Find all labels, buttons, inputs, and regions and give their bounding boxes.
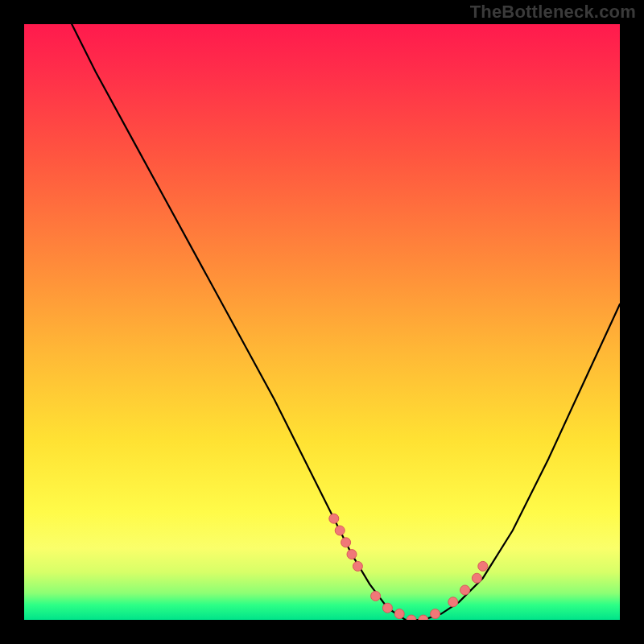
- bottleneck-curve: [72, 24, 620, 620]
- curve-svg: [24, 24, 620, 620]
- marker-point: [448, 597, 458, 607]
- marker-point: [353, 561, 362, 571]
- marker-point: [460, 585, 470, 595]
- marker-point: [431, 609, 440, 619]
- highlight-markers: [329, 514, 488, 620]
- marker-point: [329, 514, 339, 523]
- marker-point: [472, 573, 481, 583]
- marker-point: [341, 538, 351, 547]
- marker-point: [371, 591, 381, 601]
- watermark-text: TheBottleneck.com: [470, 2, 636, 23]
- chart-frame: TheBottleneck.com: [0, 0, 644, 644]
- marker-point: [394, 609, 404, 619]
- marker-point: [407, 615, 416, 620]
- marker-point: [419, 615, 428, 620]
- marker-point: [335, 526, 345, 535]
- marker-point: [478, 561, 488, 571]
- marker-point: [382, 603, 392, 613]
- plot-area: [24, 24, 620, 620]
- marker-point: [347, 550, 357, 559]
